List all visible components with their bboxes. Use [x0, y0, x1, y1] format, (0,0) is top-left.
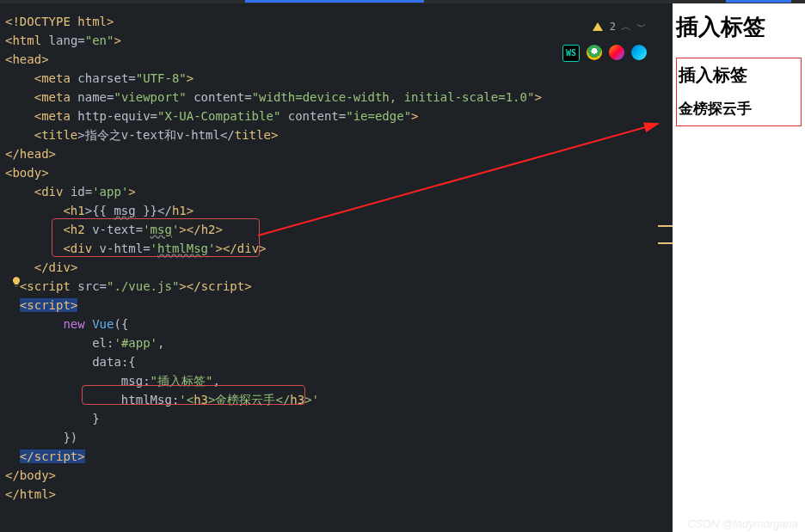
- edge-icon[interactable]: [631, 45, 647, 60]
- active-tab-indicator-right: [726, 0, 791, 3]
- code-line: <script src="./vue.js"></script>: [5, 277, 673, 296]
- code-line: <div v-html='htmlMsg'></div>: [5, 239, 673, 258]
- firefox-icon[interactable]: [609, 45, 624, 60]
- code-line: <title>指令之v-text和v-html</title>: [5, 125, 673, 144]
- warning-count: 2: [610, 17, 616, 36]
- code-line: el:'#app',: [5, 333, 673, 352]
- code-line: htmlMsg:'<h3>金榜探云手</h3>': [5, 390, 673, 409]
- chevron-down-icon[interactable]: ﹀: [636, 17, 647, 36]
- code-line: <meta name="viewport" content="width=dev…: [5, 88, 673, 107]
- browser-preview: 插入标签 插入标签 金榜探云手: [673, 3, 805, 532]
- active-tab-indicator: [245, 0, 424, 3]
- chrome-icon[interactable]: [587, 45, 602, 60]
- watermark: CSDN @ladymorgana: [687, 517, 798, 530]
- code-line: <body>: [5, 163, 673, 182]
- code-line: </html>: [5, 485, 673, 504]
- code-line: </body>: [5, 466, 673, 485]
- chevron-up-icon[interactable]: ︿: [621, 17, 631, 36]
- code-line: <script>: [5, 296, 673, 315]
- annotation-box: 插入标签 金榜探云手: [676, 58, 802, 126]
- intention-bulb-icon[interactable]: [10, 276, 22, 288]
- preview-h2: 插入标签: [679, 64, 799, 87]
- code-line: new Vue({: [5, 315, 673, 333]
- preview-h1: 插入标签: [676, 12, 802, 42]
- code-line: }): [5, 428, 673, 447]
- code-line: </script>: [5, 447, 673, 466]
- code-line: <h2 v-text='msg'></h2>: [5, 220, 673, 239]
- code-line: <!DOCTYPE html>: [5, 12, 673, 31]
- inspection-status[interactable]: 2 ︿ ﹀: [593, 17, 647, 36]
- webstorm-icon[interactable]: WS: [562, 45, 580, 62]
- code-line: data:{: [5, 352, 673, 371]
- code-line: </head>: [5, 144, 673, 163]
- code-line: <div id='app'>: [5, 182, 673, 201]
- code-line: <meta http-equiv="X-UA-Compatible" conte…: [5, 107, 673, 125]
- code-line: </div>: [5, 258, 673, 277]
- code-line: }: [5, 409, 673, 428]
- browser-icons: WS: [562, 45, 647, 62]
- code-line: msg:"插入标签",: [5, 371, 673, 390]
- gutter-mark: [658, 242, 673, 244]
- code-line: <h1>{{ msg }}</h1>: [5, 201, 673, 220]
- warning-icon: [593, 22, 603, 31]
- code-line: <meta charset="UTF-8">: [5, 69, 673, 88]
- preview-h3: 金榜探云手: [679, 99, 799, 119]
- gutter-mark: [658, 225, 673, 227]
- code-editor[interactable]: 2 ︿ ﹀ WS <!DOCTYPE html> <html lang="en"…: [0, 3, 673, 532]
